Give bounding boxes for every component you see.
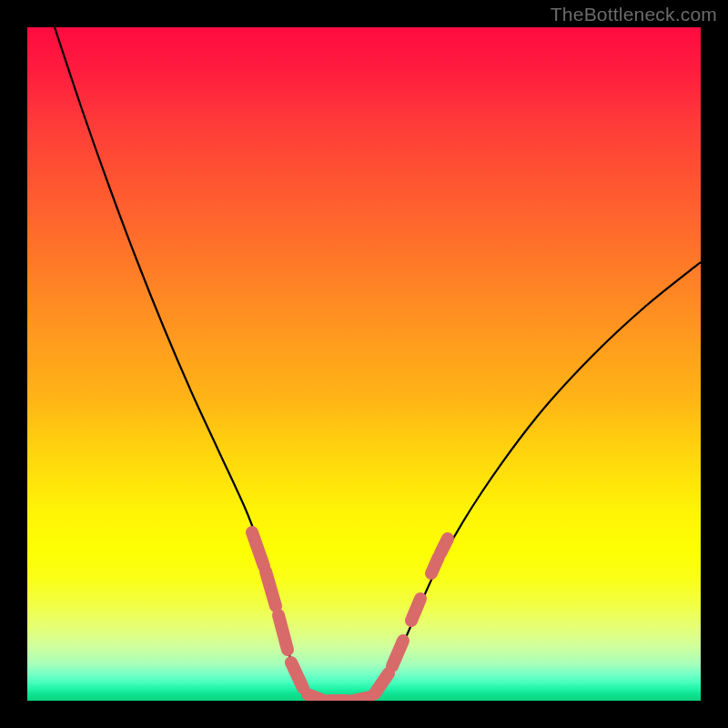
curve-marker-segment xyxy=(353,697,369,701)
curve-marker-segment xyxy=(431,557,439,573)
curve-marker-segment xyxy=(308,694,324,701)
chart-frame xyxy=(27,27,701,701)
curve-marker-cluster xyxy=(252,532,448,701)
curve-marker-segment xyxy=(278,615,288,650)
curve-marker-segment xyxy=(291,662,303,688)
curve-marker-segment xyxy=(375,673,389,693)
curve-marker-segment xyxy=(411,599,420,621)
curve-marker-segment xyxy=(440,539,448,553)
curve-marker-segment xyxy=(252,532,264,566)
chart-svg xyxy=(27,27,701,701)
curve-marker-segment xyxy=(392,641,403,666)
bottleneck-curve xyxy=(55,27,701,701)
watermark-text: TheBottleneck.com xyxy=(551,4,717,25)
curve-marker-segment xyxy=(266,571,276,606)
